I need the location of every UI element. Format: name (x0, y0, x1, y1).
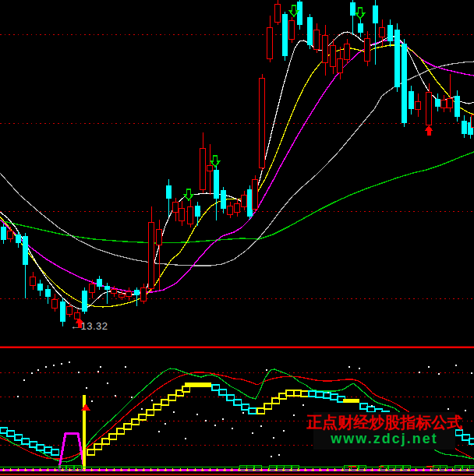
ladder-box (124, 424, 132, 429)
indicator-dot (327, 392, 329, 393)
ladder-box (367, 407, 375, 412)
indicator-dot (471, 372, 472, 374)
ladder-box (462, 435, 470, 440)
ladder-box (102, 439, 110, 444)
ladder-bar (185, 383, 211, 387)
candle-up (30, 277, 36, 285)
candle-down (373, 5, 378, 23)
indicator-dot (196, 414, 198, 415)
ladder-box (212, 385, 220, 390)
ladder-box (301, 391, 309, 397)
indicator-dot (419, 372, 420, 373)
indicator-dot (141, 408, 143, 410)
candle-down (214, 170, 219, 199)
indicator-dot (222, 418, 224, 420)
candle-up (472, 115, 474, 127)
candle-down (104, 286, 110, 290)
indicator-dot (214, 425, 216, 426)
candle-down (350, 2, 356, 16)
candle-up (111, 289, 117, 293)
ladder-box (309, 391, 317, 397)
indicator-dot (23, 379, 25, 381)
indicator-dot (100, 366, 101, 368)
ladder-box (168, 395, 176, 400)
ladder-box (294, 390, 302, 396)
ladder-box (161, 400, 169, 405)
candle-down (401, 44, 407, 123)
indicator-dot (428, 366, 430, 368)
candle-up (260, 78, 265, 167)
ladder-box (469, 439, 474, 444)
ladder-box (279, 393, 287, 399)
candle-up (365, 38, 370, 61)
ladder-box (316, 392, 324, 397)
candle-up (200, 148, 206, 189)
candle-down (195, 206, 200, 217)
candle-down (45, 289, 51, 297)
ladder-box (139, 414, 147, 420)
indicator-dot (302, 404, 304, 406)
candle-down (23, 236, 28, 265)
indicator-dot (115, 395, 116, 397)
ladder-box (219, 390, 227, 395)
ladder-box (360, 404, 368, 409)
ladder-bar (343, 399, 359, 403)
indicator-dot (97, 371, 99, 372)
candle-up (416, 101, 421, 109)
ladder-box (286, 390, 294, 396)
indicator-dot (455, 365, 457, 366)
indicator-dot (158, 431, 160, 432)
indicator-dot (37, 369, 39, 371)
candle-down (37, 284, 43, 291)
ladder-box (15, 435, 23, 440)
indicator-dot (232, 428, 233, 429)
indicator-dot (252, 432, 253, 434)
indicator-dot (266, 369, 267, 371)
indicator-dot (205, 420, 207, 421)
candle-up (242, 195, 247, 206)
signal-triangle (81, 404, 90, 411)
ladder-box (264, 404, 272, 409)
indicator-dot (242, 412, 244, 414)
candle-up (207, 165, 213, 171)
candle-down (387, 25, 393, 41)
ladder-box (249, 408, 256, 414)
candle-up (275, 4, 281, 22)
candle-down (221, 190, 226, 209)
ladder-box (132, 419, 140, 425)
indicator-dot (78, 372, 80, 373)
candle-up (119, 294, 125, 297)
ladder-box (227, 395, 235, 400)
indicator-dot (260, 425, 262, 427)
indicator-dot (173, 411, 175, 413)
indicator-dot (151, 400, 153, 401)
ladder-box (44, 447, 52, 453)
indicator-dot (164, 423, 166, 425)
ladder-box (242, 404, 249, 410)
ladder-box (37, 445, 44, 450)
candle-up (289, 20, 295, 39)
price-annotation: ←13.32 (70, 320, 108, 332)
indicator-dot (45, 366, 47, 368)
candle-down (97, 279, 102, 287)
candle-up (235, 203, 240, 212)
candle-up (8, 231, 13, 238)
ladder-box (324, 393, 331, 398)
ladder-box (51, 450, 59, 455)
candle-down (307, 17, 313, 45)
indicator-dot (438, 373, 440, 375)
chart-canvas[interactable] (0, 0, 474, 476)
candle-up (173, 202, 179, 212)
candle-up (157, 229, 162, 245)
ladder-box (234, 400, 242, 405)
candle-up (314, 30, 320, 49)
ladder-box (147, 410, 154, 415)
indicator-dot (31, 372, 33, 374)
candle-up (90, 284, 95, 292)
candle-up (188, 206, 193, 224)
indicator-dot (107, 383, 108, 384)
candle-down (166, 185, 172, 199)
candle-down (1, 227, 6, 240)
indicator-dot (185, 438, 186, 439)
candle-up (338, 58, 343, 72)
